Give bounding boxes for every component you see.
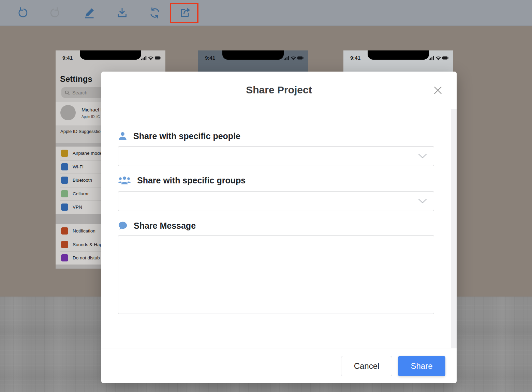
share-button[interactable]: Share (398, 356, 445, 376)
people-select[interactable] (118, 146, 434, 166)
section-label: Apple ID Suggesstio (60, 129, 101, 134)
setting-label: Cellurar (73, 191, 89, 196)
setting-label: Do not distub (73, 255, 100, 260)
setting-icon (61, 190, 68, 197)
share-export-icon (178, 6, 191, 19)
cancel-button[interactable]: Cancel (341, 356, 392, 376)
notch (80, 50, 141, 60)
avatar (60, 105, 76, 120)
share-export-button[interactable] (176, 5, 192, 21)
divider (101, 348, 457, 348)
setting-label: Notification (73, 228, 95, 233)
settings-title: Settings (60, 74, 92, 84)
notch (222, 50, 284, 60)
person-icon (118, 131, 127, 141)
share-project-modal: Share Project Share with specific people (101, 72, 457, 383)
toolbar (0, 0, 532, 26)
close-button[interactable] (433, 85, 443, 95)
edit-pencil-icon (83, 7, 95, 19)
status-bar: 9:41 (343, 50, 453, 65)
setting-icon (61, 203, 68, 211)
group-icon (118, 176, 131, 185)
download-icon (116, 7, 128, 19)
modal-title: Share Project (101, 84, 457, 96)
setting-label: Airplane mode (73, 151, 102, 156)
setting-icon (61, 163, 68, 170)
field-label-people: Share with specific people (133, 131, 240, 141)
undo-button[interactable] (15, 5, 31, 21)
status-time: 9:41 (205, 55, 215, 61)
share-message-textarea[interactable] (118, 235, 434, 314)
search-placeholder: Search (72, 90, 87, 95)
status-icons (141, 56, 161, 60)
search-icon (65, 90, 70, 95)
setting-label: Sounds & Hapt (73, 242, 104, 247)
setting-label: Bluetooth (73, 178, 92, 183)
profile-name: Michael L (82, 107, 103, 112)
scrollbar-track[interactable] (451, 109, 457, 348)
redo-button[interactable] (46, 5, 63, 21)
status-icons (429, 56, 448, 60)
status-bar: 9:41 (56, 50, 165, 65)
sync-icon (149, 7, 161, 19)
status-bar: 9:41 (198, 50, 308, 65)
sync-button[interactable] (147, 5, 163, 21)
status-icons (284, 56, 304, 60)
setting-icon (61, 254, 68, 261)
divider (101, 109, 457, 109)
setting-icon (61, 241, 68, 248)
groups-select[interactable] (118, 191, 434, 211)
share-toolbar-highlight (170, 3, 198, 23)
download-button[interactable] (114, 5, 130, 21)
undo-icon (17, 7, 29, 19)
edit-button[interactable] (81, 5, 98, 21)
redo-icon (48, 7, 61, 19)
field-label-message: Share Message (134, 221, 196, 231)
setting-label: VPN (73, 205, 82, 210)
status-time: 9:41 (62, 55, 73, 61)
setting-icon (61, 177, 68, 184)
chat-bubble-icon (118, 221, 128, 230)
setting-icon (61, 227, 68, 235)
field-label-groups: Share with specific groups (137, 176, 246, 185)
close-icon (433, 86, 442, 95)
chevron-down-icon (418, 154, 427, 159)
chevron-down-icon (418, 199, 427, 204)
status-time: 9:41 (350, 55, 360, 61)
setting-icon (61, 150, 68, 157)
profile-subtitle: Apple ID, iC (82, 115, 100, 119)
setting-label: Wi-Fi (73, 164, 83, 169)
notch (368, 50, 429, 60)
